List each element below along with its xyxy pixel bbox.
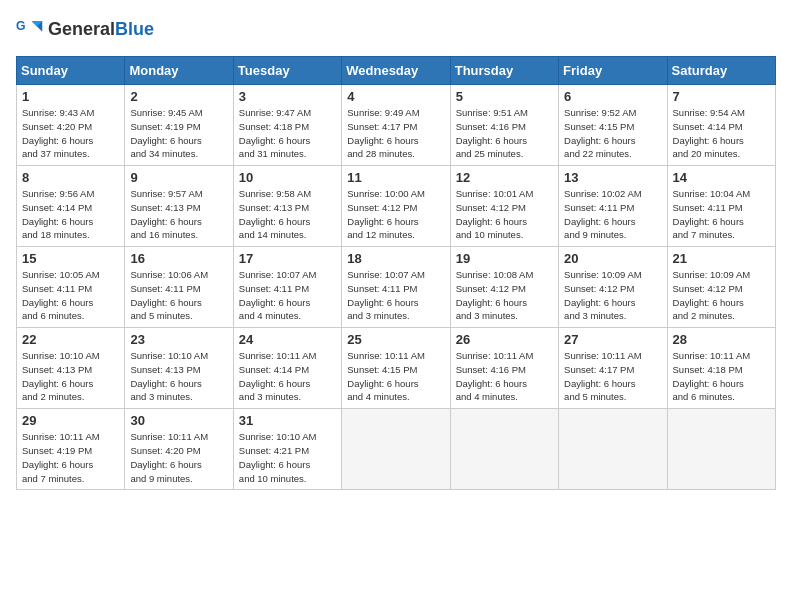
day-cell-7: 7Sunrise: 9:54 AMSunset: 4:14 PMDaylight…	[667, 85, 775, 166]
day-cell-empty	[667, 409, 775, 490]
day-info: Sunrise: 10:11 AMSunset: 4:15 PMDaylight…	[347, 349, 444, 404]
day-info: Sunrise: 10:01 AMSunset: 4:12 PMDaylight…	[456, 187, 553, 242]
day-info: Sunrise: 10:11 AMSunset: 4:17 PMDaylight…	[564, 349, 661, 404]
day-number: 21	[673, 251, 770, 266]
day-number: 9	[130, 170, 227, 185]
day-info: Sunrise: 10:08 AMSunset: 4:12 PMDaylight…	[456, 268, 553, 323]
day-info: Sunrise: 10:11 AMSunset: 4:14 PMDaylight…	[239, 349, 336, 404]
day-cell-23: 23Sunrise: 10:10 AMSunset: 4:13 PMDaylig…	[125, 328, 233, 409]
day-info: Sunrise: 10:09 AMSunset: 4:12 PMDaylight…	[564, 268, 661, 323]
day-info: Sunrise: 9:56 AMSunset: 4:14 PMDaylight:…	[22, 187, 119, 242]
day-number: 10	[239, 170, 336, 185]
day-number: 17	[239, 251, 336, 266]
day-number: 27	[564, 332, 661, 347]
day-cell-empty	[450, 409, 558, 490]
day-info: Sunrise: 9:57 AMSunset: 4:13 PMDaylight:…	[130, 187, 227, 242]
day-number: 30	[130, 413, 227, 428]
day-cell-10: 10Sunrise: 9:58 AMSunset: 4:13 PMDayligh…	[233, 166, 341, 247]
day-number: 6	[564, 89, 661, 104]
day-info: Sunrise: 10:10 AMSunset: 4:21 PMDaylight…	[239, 430, 336, 485]
day-number: 24	[239, 332, 336, 347]
day-cell-9: 9Sunrise: 9:57 AMSunset: 4:13 PMDaylight…	[125, 166, 233, 247]
day-cell-5: 5Sunrise: 9:51 AMSunset: 4:16 PMDaylight…	[450, 85, 558, 166]
day-number: 1	[22, 89, 119, 104]
day-cell-27: 27Sunrise: 10:11 AMSunset: 4:17 PMDaylig…	[559, 328, 667, 409]
day-cell-31: 31Sunrise: 10:10 AMSunset: 4:21 PMDaylig…	[233, 409, 341, 490]
day-number: 16	[130, 251, 227, 266]
day-number: 22	[22, 332, 119, 347]
day-cell-22: 22Sunrise: 10:10 AMSunset: 4:13 PMDaylig…	[17, 328, 125, 409]
day-number: 2	[130, 89, 227, 104]
day-cell-24: 24Sunrise: 10:11 AMSunset: 4:14 PMDaylig…	[233, 328, 341, 409]
day-number: 7	[673, 89, 770, 104]
day-number: 23	[130, 332, 227, 347]
day-cell-21: 21Sunrise: 10:09 AMSunset: 4:12 PMDaylig…	[667, 247, 775, 328]
weekday-header-monday: Monday	[125, 57, 233, 85]
logo-icon: G	[16, 16, 44, 44]
day-number: 28	[673, 332, 770, 347]
day-number: 29	[22, 413, 119, 428]
day-cell-18: 18Sunrise: 10:07 AMSunset: 4:11 PMDaylig…	[342, 247, 450, 328]
day-info: Sunrise: 10:09 AMSunset: 4:12 PMDaylight…	[673, 268, 770, 323]
weekday-header-tuesday: Tuesday	[233, 57, 341, 85]
day-info: Sunrise: 9:54 AMSunset: 4:14 PMDaylight:…	[673, 106, 770, 161]
day-number: 19	[456, 251, 553, 266]
week-row-2: 8Sunrise: 9:56 AMSunset: 4:14 PMDaylight…	[17, 166, 776, 247]
day-number: 31	[239, 413, 336, 428]
week-row-3: 15Sunrise: 10:05 AMSunset: 4:11 PMDaylig…	[17, 247, 776, 328]
day-info: Sunrise: 9:43 AMSunset: 4:20 PMDaylight:…	[22, 106, 119, 161]
week-row-4: 22Sunrise: 10:10 AMSunset: 4:13 PMDaylig…	[17, 328, 776, 409]
day-number: 13	[564, 170, 661, 185]
day-cell-13: 13Sunrise: 10:02 AMSunset: 4:11 PMDaylig…	[559, 166, 667, 247]
day-number: 25	[347, 332, 444, 347]
svg-text:G: G	[16, 19, 26, 33]
day-info: Sunrise: 10:04 AMSunset: 4:11 PMDaylight…	[673, 187, 770, 242]
day-info: Sunrise: 10:10 AMSunset: 4:13 PMDaylight…	[130, 349, 227, 404]
day-info: Sunrise: 9:45 AMSunset: 4:19 PMDaylight:…	[130, 106, 227, 161]
logo: G GeneralBlue	[16, 16, 154, 44]
calendar-table: SundayMondayTuesdayWednesdayThursdayFrid…	[16, 56, 776, 490]
day-cell-3: 3Sunrise: 9:47 AMSunset: 4:18 PMDaylight…	[233, 85, 341, 166]
day-number: 26	[456, 332, 553, 347]
day-cell-14: 14Sunrise: 10:04 AMSunset: 4:11 PMDaylig…	[667, 166, 775, 247]
day-number: 11	[347, 170, 444, 185]
week-row-1: 1Sunrise: 9:43 AMSunset: 4:20 PMDaylight…	[17, 85, 776, 166]
day-cell-8: 8Sunrise: 9:56 AMSunset: 4:14 PMDaylight…	[17, 166, 125, 247]
day-info: Sunrise: 10:00 AMSunset: 4:12 PMDaylight…	[347, 187, 444, 242]
day-cell-12: 12Sunrise: 10:01 AMSunset: 4:12 PMDaylig…	[450, 166, 558, 247]
day-cell-28: 28Sunrise: 10:11 AMSunset: 4:18 PMDaylig…	[667, 328, 775, 409]
weekday-header-wednesday: Wednesday	[342, 57, 450, 85]
day-cell-26: 26Sunrise: 10:11 AMSunset: 4:16 PMDaylig…	[450, 328, 558, 409]
day-info: Sunrise: 10:07 AMSunset: 4:11 PMDaylight…	[239, 268, 336, 323]
day-number: 5	[456, 89, 553, 104]
day-cell-19: 19Sunrise: 10:08 AMSunset: 4:12 PMDaylig…	[450, 247, 558, 328]
day-cell-17: 17Sunrise: 10:07 AMSunset: 4:11 PMDaylig…	[233, 247, 341, 328]
day-info: Sunrise: 10:11 AMSunset: 4:18 PMDaylight…	[673, 349, 770, 404]
page-header: G GeneralBlue	[16, 16, 776, 44]
day-cell-30: 30Sunrise: 10:11 AMSunset: 4:20 PMDaylig…	[125, 409, 233, 490]
day-info: Sunrise: 10:06 AMSunset: 4:11 PMDaylight…	[130, 268, 227, 323]
day-info: Sunrise: 9:47 AMSunset: 4:18 PMDaylight:…	[239, 106, 336, 161]
day-number: 12	[456, 170, 553, 185]
week-row-5: 29Sunrise: 10:11 AMSunset: 4:19 PMDaylig…	[17, 409, 776, 490]
day-cell-6: 6Sunrise: 9:52 AMSunset: 4:15 PMDaylight…	[559, 85, 667, 166]
day-cell-11: 11Sunrise: 10:00 AMSunset: 4:12 PMDaylig…	[342, 166, 450, 247]
day-number: 20	[564, 251, 661, 266]
day-info: Sunrise: 10:11 AMSunset: 4:20 PMDaylight…	[130, 430, 227, 485]
day-info: Sunrise: 9:52 AMSunset: 4:15 PMDaylight:…	[564, 106, 661, 161]
day-cell-20: 20Sunrise: 10:09 AMSunset: 4:12 PMDaylig…	[559, 247, 667, 328]
day-cell-15: 15Sunrise: 10:05 AMSunset: 4:11 PMDaylig…	[17, 247, 125, 328]
day-info: Sunrise: 9:58 AMSunset: 4:13 PMDaylight:…	[239, 187, 336, 242]
day-cell-2: 2Sunrise: 9:45 AMSunset: 4:19 PMDaylight…	[125, 85, 233, 166]
logo-text: GeneralBlue	[48, 20, 154, 40]
day-info: Sunrise: 9:49 AMSunset: 4:17 PMDaylight:…	[347, 106, 444, 161]
day-info: Sunrise: 10:10 AMSunset: 4:13 PMDaylight…	[22, 349, 119, 404]
day-cell-4: 4Sunrise: 9:49 AMSunset: 4:17 PMDaylight…	[342, 85, 450, 166]
weekday-header-thursday: Thursday	[450, 57, 558, 85]
day-number: 14	[673, 170, 770, 185]
day-cell-25: 25Sunrise: 10:11 AMSunset: 4:15 PMDaylig…	[342, 328, 450, 409]
day-number: 4	[347, 89, 444, 104]
day-cell-16: 16Sunrise: 10:06 AMSunset: 4:11 PMDaylig…	[125, 247, 233, 328]
day-info: Sunrise: 10:07 AMSunset: 4:11 PMDaylight…	[347, 268, 444, 323]
day-info: Sunrise: 9:51 AMSunset: 4:16 PMDaylight:…	[456, 106, 553, 161]
